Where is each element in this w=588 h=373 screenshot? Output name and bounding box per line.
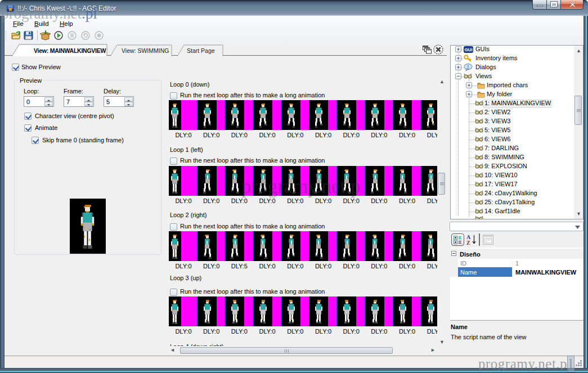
svg-text:Z: Z: [466, 240, 470, 245]
